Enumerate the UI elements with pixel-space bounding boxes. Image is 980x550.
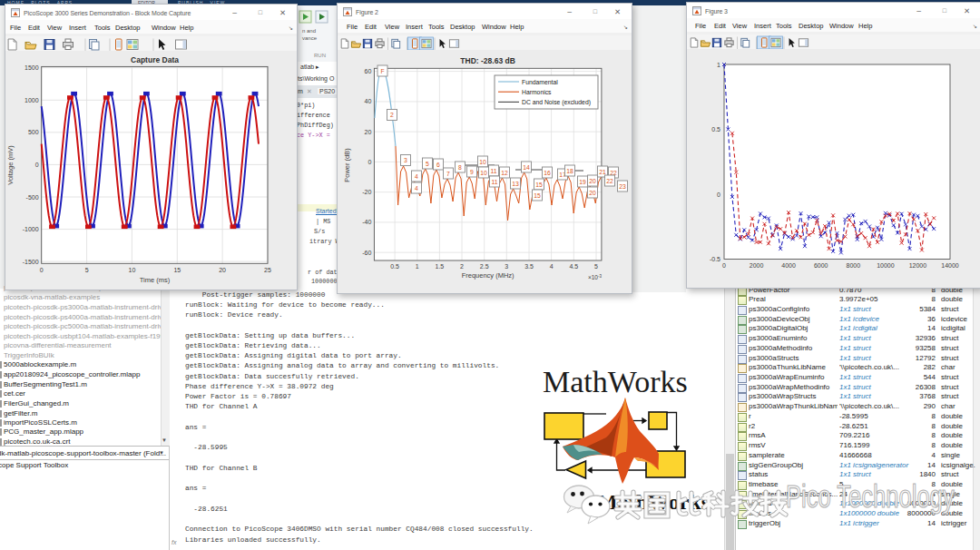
svg-text:10: 10 — [129, 267, 136, 273]
svg-text:23: 23 — [619, 183, 626, 190]
svg-text:60: 60 — [365, 68, 372, 74]
svg-text:9: 9 — [470, 169, 474, 175]
svg-text:1: 1 — [416, 263, 419, 270]
svg-text:Harmonics: Harmonics — [522, 89, 552, 95]
svg-text:6000: 6000 — [814, 262, 828, 269]
svg-text:7: 7 — [446, 171, 450, 177]
svg-text:-0.5: -0.5 — [710, 256, 720, 262]
svg-text:4: 4 — [550, 263, 554, 270]
svg-text:0: 0 — [717, 192, 720, 198]
svg-text:13: 13 — [512, 181, 519, 187]
svg-text:Voltage (mV): Voltage (mV) — [6, 145, 15, 185]
svg-text:5: 5 — [85, 267, 89, 273]
svg-text:1000: 1000 — [24, 97, 39, 103]
svg-text:Fundamental: Fundamental — [522, 79, 558, 85]
svg-text:8000: 8000 — [847, 262, 861, 269]
svg-text:vance: vance — [302, 35, 318, 41]
svg-text:11: 11 — [490, 168, 496, 174]
svg-text:4: 4 — [415, 173, 418, 180]
svg-text:10000: 10000 — [877, 262, 895, 269]
svg-text:16: 16 — [544, 170, 551, 176]
svg-text:THD: -28.63 dB: THD: -28.63 dB — [460, 56, 514, 65]
svg-text:0: 0 — [722, 262, 726, 269]
svg-text:4: 4 — [415, 185, 418, 192]
svg-text:19: 19 — [579, 179, 586, 185]
svg-text:14000: 14000 — [941, 262, 959, 269]
svg-text:DC and Noise (excluded): DC and Noise (excluded) — [522, 99, 591, 106]
svg-text:2.5: 2.5 — [480, 263, 489, 270]
svg-text:0.5: 0.5 — [711, 126, 720, 133]
svg-text:14: 14 — [523, 164, 530, 171]
svg-text:2: 2 — [460, 263, 464, 270]
svg-text:25: 25 — [264, 267, 271, 273]
svg-text:Power (dB): Power (dB) — [343, 148, 351, 182]
svg-text:5: 5 — [594, 263, 598, 270]
svg-text:Time (ms): Time (ms) — [140, 276, 171, 284]
svg-text:15: 15 — [173, 267, 181, 273]
svg-text:40: 40 — [365, 98, 372, 104]
svg-text:8: 8 — [458, 164, 462, 171]
svg-text:11: 11 — [491, 179, 497, 185]
svg-text:-40: -40 — [362, 219, 371, 225]
svg-text:20: 20 — [365, 129, 372, 135]
svg-text:-60: -60 — [362, 250, 371, 256]
svg-text:3: 3 — [404, 157, 407, 163]
svg-text:2: 2 — [390, 112, 394, 118]
svg-text:15: 15 — [534, 192, 541, 199]
svg-text:-1000: -1000 — [23, 226, 39, 232]
svg-text:12: 12 — [501, 170, 508, 176]
svg-text:-1500: -1500 — [23, 259, 39, 265]
svg-text:20: 20 — [589, 190, 596, 196]
svg-text:21: 21 — [599, 169, 606, 175]
svg-text:18: 18 — [566, 168, 573, 174]
svg-text:20: 20 — [589, 178, 596, 184]
svg-text:n and: n and — [302, 28, 316, 34]
svg-text:RUN: RUN — [314, 53, 326, 58]
svg-text:1500: 1500 — [24, 64, 39, 71]
svg-text:12000: 12000 — [909, 262, 927, 269]
svg-text:1: 1 — [717, 62, 720, 68]
svg-text:0: 0 — [40, 267, 44, 273]
svg-text:0: 0 — [368, 159, 371, 165]
svg-text:20: 20 — [219, 267, 226, 273]
svg-text:22: 22 — [606, 178, 613, 184]
svg-text:4000: 4000 — [781, 262, 796, 269]
svg-text:4.5: 4.5 — [569, 263, 578, 270]
svg-text:Frequency (MHz): Frequency (MHz) — [462, 271, 514, 280]
svg-text:1.5: 1.5 — [436, 263, 445, 270]
svg-text:Capture Data: Capture Data — [131, 55, 179, 64]
svg-text:-20: -20 — [362, 189, 371, 195]
svg-text:2000: 2000 — [750, 262, 764, 269]
svg-text:3: 3 — [505, 263, 508, 270]
svg-text:0.5: 0.5 — [390, 263, 399, 270]
svg-text:5: 5 — [426, 161, 429, 167]
svg-text:0: 0 — [35, 162, 39, 168]
svg-text:×10-3: ×10-3 — [588, 274, 603, 280]
svg-text:-500: -500 — [26, 194, 39, 201]
svg-text:500: 500 — [28, 129, 39, 135]
svg-text:10: 10 — [480, 170, 487, 176]
svg-text:6: 6 — [436, 162, 440, 168]
svg-text:10: 10 — [479, 159, 486, 165]
svg-text:F: F — [380, 68, 384, 74]
svg-text:3.5: 3.5 — [524, 263, 534, 270]
svg-text:15: 15 — [535, 182, 543, 188]
